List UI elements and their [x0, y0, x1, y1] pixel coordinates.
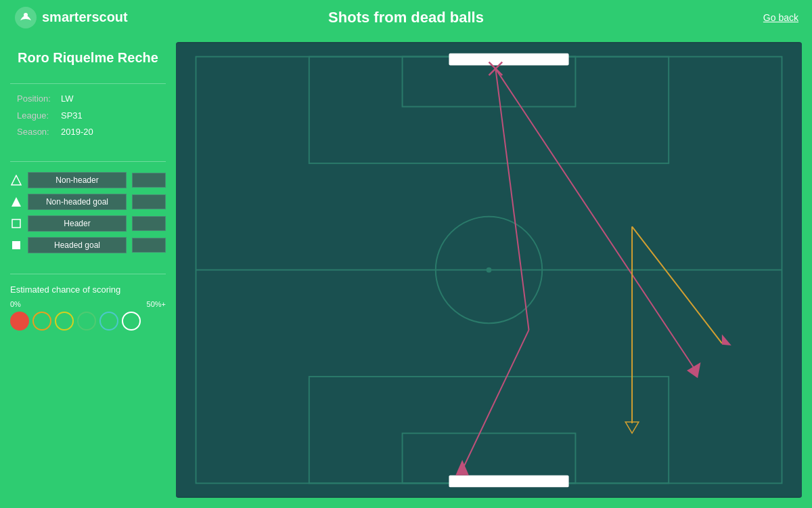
- legend-label-non-header: Non-header: [28, 172, 127, 188]
- legend-headed-goal: Headed goal: [10, 237, 166, 253]
- pitch-container: [176, 42, 802, 498]
- legend-non-headed-goal: Non-headed goal: [10, 194, 166, 210]
- square-outline-icon: [10, 217, 22, 230]
- score-circle-0: [10, 312, 29, 331]
- logo: smarterscout: [14, 5, 128, 30]
- score-circle-1: [32, 312, 51, 331]
- svg-rect-5: [12, 241, 20, 249]
- legend-non-header: Non-header: [10, 172, 166, 188]
- svg-point-1: [24, 13, 28, 17]
- legend-label-headed-goal: Headed goal: [28, 237, 127, 253]
- logo-text: smarterscout: [42, 9, 128, 25]
- go-back-link[interactable]: Go back: [763, 12, 798, 23]
- legend-color-headed-goal: [132, 238, 166, 253]
- score-circle-4: [99, 312, 118, 331]
- svg-rect-13: [449, 475, 568, 488]
- triangle-outline-icon: [10, 174, 22, 186]
- score-circle-5: [122, 312, 141, 331]
- svg-rect-10: [449, 54, 568, 66]
- svg-rect-4: [12, 219, 20, 228]
- scoring-title: Estimated chance of scoring: [10, 284, 166, 295]
- legend: Non-header Non-headed goal Header: [10, 172, 166, 253]
- score-circle-2: [55, 312, 74, 331]
- legend-header: Header: [10, 215, 166, 232]
- svg-marker-2: [12, 175, 21, 185]
- logo-icon: [14, 5, 38, 30]
- legend-color-header: [132, 216, 166, 231]
- scoring-circles: [10, 312, 166, 331]
- player-info: Position:LW League:SP31 Season:2019-20: [10, 91, 166, 141]
- svg-marker-3: [12, 197, 21, 207]
- triangle-filled-icon: [10, 196, 22, 208]
- legend-color-non-header: [132, 173, 166, 188]
- pitch-svg: [176, 42, 802, 498]
- score-circle-3: [77, 312, 96, 331]
- svg-point-16: [487, 267, 492, 272]
- scoring-labels: 0% 50%+: [10, 300, 166, 308]
- scoring-section: Estimated chance of scoring 0% 50%+: [10, 284, 166, 331]
- player-name: Roro Riquelme Reche: [10, 49, 166, 66]
- page-title: Shots from dead balls: [328, 9, 484, 26]
- legend-label-non-headed-goal: Non-headed goal: [28, 194, 127, 210]
- square-filled-icon: [10, 239, 22, 251]
- legend-color-non-headed-goal: [132, 194, 166, 209]
- legend-label-header: Header: [28, 215, 127, 232]
